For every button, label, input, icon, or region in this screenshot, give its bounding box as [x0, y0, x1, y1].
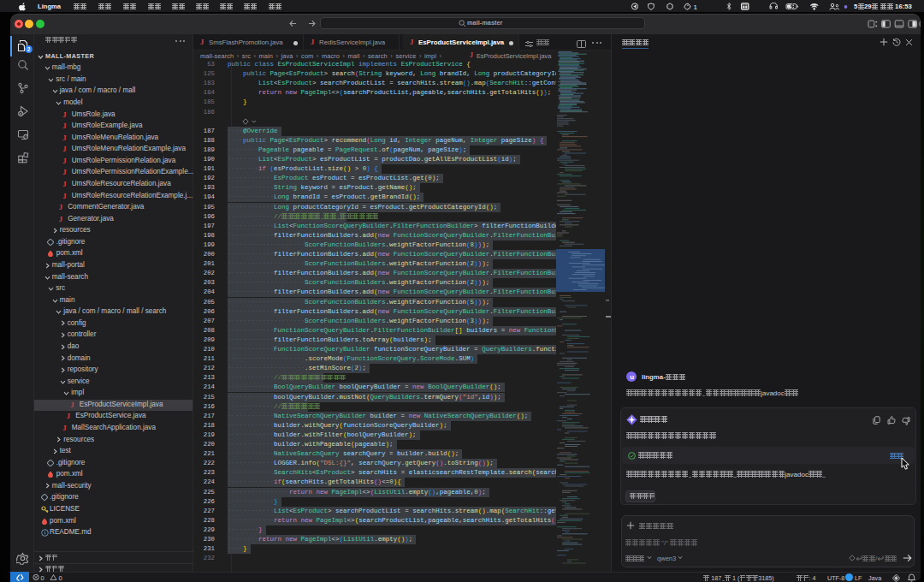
- svg-text:1: 1: [694, 3, 698, 10]
- svg-text:0: 0: [59, 574, 62, 581]
- svg-text:0: 0: [41, 574, 44, 581]
